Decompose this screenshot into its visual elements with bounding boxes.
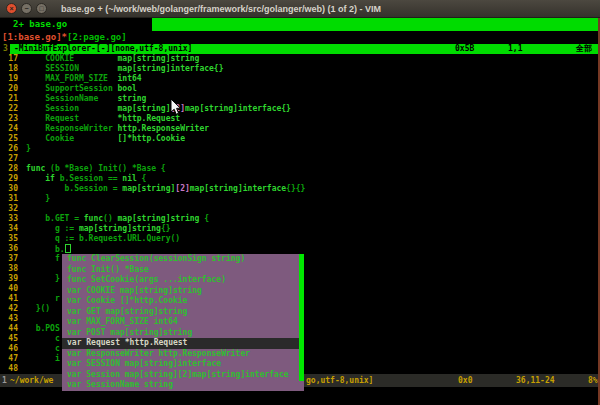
minibuf-status-bar: -MiniBufExplorer- [-][none,utf-8,unix] 0… [10,44,600,54]
line-number: 36 [0,244,18,254]
minimize-button[interactable]: − [21,3,32,14]
line-number: 26 [0,144,18,154]
code-line-31[interactable]: 31 } [0,194,600,204]
completion-list: func ClearSession(sessionSign string)fun… [62,254,299,391]
line-number: 40 [0,284,18,294]
vim-window: × − □ base.go + (~/work/web/golanger/fra… [0,0,600,405]
line-number: 30 [0,184,18,194]
close-button[interactable]: × [6,3,17,14]
code-line-27[interactable]: 27 [0,154,600,164]
line-number: 42 [0,304,18,314]
line-number: 17 [0,54,18,64]
minibuf-hex-value: 0x5B [455,44,474,54]
completion-item[interactable]: func SetCookie(args ...interface) [62,275,299,286]
minibuf-statusline: 3 -MiniBufExplorer- [-][none,utf-8,unix]… [0,44,600,54]
minibuf-gutter: 3 [3,44,8,54]
line-number: 32 [0,204,18,214]
minimize-icon: − [24,5,28,12]
code-line-32[interactable]: 32 [0,204,600,214]
completion-item[interactable]: func Init() *Base [62,265,299,276]
code-line-33[interactable]: 33 b.GET = func() map[string]string { [0,214,600,224]
status-file-path: ~/work/we [10,374,53,387]
maximize-button[interactable]: □ [36,3,47,14]
line-number: 48 [0,364,18,374]
code-line-18[interactable]: 18 SESSION map[string]interface{} [0,64,600,74]
code-line-36[interactable]: 36 b. [0,244,600,254]
completion-item[interactable]: var Session map[string][2]map[string]int… [62,370,299,381]
close-icon: × [9,5,13,12]
line-number: 44 [0,324,18,334]
completion-item[interactable]: var Request *http.Request [62,338,299,349]
completion-item[interactable]: var POST map[string]string [62,328,299,339]
code-line-29[interactable]: 29 if b.Session == nil { [0,174,600,184]
buffer-list: [1:base.go]*[2:page.go] [0,31,600,44]
line-number: 35 [0,234,18,244]
line-number: 37 [0,254,18,264]
line-number: 34 [0,224,18,234]
code-line-23[interactable]: 23 Request *http.Request [0,114,600,124]
line-number: 18 [0,64,18,74]
line-number: 23 [0,114,18,124]
code-line-25[interactable]: 25 Cookie []*http.Cookie [0,134,600,144]
code-line-35[interactable]: 35 q := b.Request.URL.Query() [0,234,600,244]
tab-base-go[interactable]: 2+ base.go [0,18,152,31]
minibuf-name: -MiniBufExplorer- [14,44,96,54]
completion-popup: func ClearSession(sessionSign string)fun… [62,254,304,391]
text-cursor [65,244,71,253]
minibuf-flags: [-][none,utf-8,unix] [96,44,192,54]
line-number: 24 [0,124,18,134]
status-file-tail: go,utf-8,unix] [306,374,373,387]
status-gutter: 1 [2,374,7,387]
popup-scrollbar-thumb[interactable] [299,254,304,381]
buffer-item-base-go[interactable]: [1:base.go]* [2,32,67,42]
completion-item[interactable]: var MAX_FORM_SIZE int64 [62,317,299,328]
line-number: 46 [0,344,18,354]
buffer-item-page-go[interactable]: [2:page.go] [67,32,127,42]
completion-item[interactable]: var COOKIE map[string]string [62,286,299,297]
popup-scrollbar[interactable] [299,254,304,391]
line-number: 19 [0,74,18,84]
line-number: 21 [0,94,18,104]
minibuf-cursor-pos: 1,1 [508,44,522,54]
line-number: 41 [0,294,18,304]
line-number: 29 [0,174,18,184]
line-number: 43 [0,314,18,324]
line-number: 33 [0,214,18,224]
code-line-22[interactable]: 22 Session map[string][2]map[string]inte… [0,104,600,114]
line-number: 39 [0,274,18,284]
code-line-30[interactable]: 30 b.Session = map[string][2]map[string]… [0,184,600,194]
code-line-21[interactable]: 21 SessionName string [0,94,600,104]
line-number: 20 [0,84,18,94]
minibuf-scroll-indicator: 全部 [576,44,592,54]
code-line-24[interactable]: 24 ResponseWriter http.ResponseWriter [0,124,600,134]
line-number: 47 [0,354,18,364]
completion-item[interactable]: var GET map[string]string [62,307,299,318]
line-number: 38 [0,264,18,274]
code-line-28[interactable]: 28func (b *Base) Init() *Base { [0,164,600,174]
window-titlebar[interactable]: × − □ base.go + (~/work/web/golanger/fra… [0,0,600,18]
status-hex-value: 0x0 [458,374,472,387]
line-number: 31 [0,194,18,204]
completion-item[interactable]: var Cookie []*http.Cookie [62,296,299,307]
line-number: 22 [0,104,18,114]
maximize-icon: □ [39,5,43,12]
window-title: base.go + (~/work/web/golanger/framework… [61,4,381,14]
mouse-cursor [170,99,181,116]
line-number: 25 [0,134,18,144]
tab-line-fill [152,18,600,31]
status-cursor-pos: 36,11-24 [516,374,555,387]
code-line-34[interactable]: 34 g := map[string]string{} [0,224,600,234]
line-number: 27 [0,154,18,164]
code-line-26[interactable]: 26} [0,144,600,154]
completion-item[interactable]: var SessionName string [62,380,299,391]
completion-item[interactable]: func ClearSession(sessionSign string) [62,254,299,265]
status-scroll-percent: 8% [588,374,598,387]
line-number: 45 [0,334,18,344]
code-line-19[interactable]: 19 MAX_FORM_SIZE int64 [0,74,600,84]
completion-item[interactable]: var SESSION map[string]interface [62,359,299,370]
code-line-17[interactable]: 17 COOKIE map[string]string [0,54,600,64]
completion-item[interactable]: var ResponseWriter http.ResponseWriter [62,349,299,360]
line-number: 28 [0,164,18,174]
code-line-20[interactable]: 20 SupportSession bool [0,84,600,94]
tab-line: 2+ base.go [0,18,600,31]
